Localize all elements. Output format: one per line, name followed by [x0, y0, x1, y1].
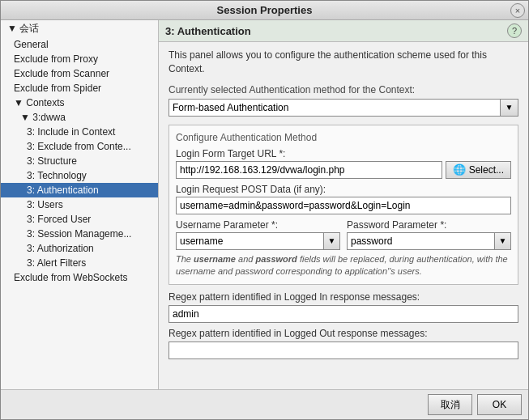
sidebar-item-exclude-scanner[interactable]: Exclude from Scanner [1, 66, 158, 81]
username-param-input[interactable] [176, 232, 324, 250]
sidebar-item-contexts[interactable]: ▼ Contexts [1, 95, 158, 110]
description-text: This panel allows you to configure the a… [169, 49, 518, 76]
sidebar-item-exclude-websockets[interactable]: Exclude from WebSockets [1, 270, 158, 285]
auth-method-dropdown-arrow[interactable]: ▼ [501, 99, 518, 117]
bottom-bar: 取消 OK [1, 389, 528, 419]
logged-out-input[interactable] [169, 342, 518, 359]
content-area: ▼ 会话 General Exclude from Proxy Exclude … [1, 20, 528, 389]
sidebar-item-exclude-spider[interactable]: Exclude from Spider [1, 81, 158, 95]
title-bar: Session Properties × [1, 1, 528, 20]
password-param-col: Password Parameter *: ▼ [347, 219, 511, 250]
ok-button[interactable]: OK [477, 394, 522, 415]
cancel-button[interactable]: 取消 [428, 394, 472, 415]
logged-in-section: Regex pattern identified in Logged In re… [169, 291, 518, 323]
right-panel-title: 3: Authentication [165, 25, 251, 37]
help-button[interactable]: ? [507, 23, 522, 38]
login-url-label: Login Form Target URL *: [176, 148, 511, 159]
select-url-button[interactable]: 🌐 Select... [446, 161, 511, 179]
username-param-col: Username Parameter *: ▼ [176, 219, 340, 250]
sidebar-item-3-authorization[interactable]: 3: Authorization [1, 241, 158, 256]
window-title: Session Properties [217, 4, 313, 16]
left-panel: ▼ 会话 General Exclude from Proxy Exclude … [1, 20, 159, 389]
password-param-arrow[interactable]: ▼ [495, 232, 511, 250]
username-param-dropdown-row: ▼ [176, 232, 340, 250]
sidebar-item-3-include[interactable]: 3: Include in Context [1, 125, 158, 139]
sidebar-item-3-dvwa[interactable]: ▼ 3:dwwa [1, 110, 158, 125]
login-url-field: Login Form Target URL *: 🌐 Select... [176, 148, 511, 179]
logged-out-label: Regex pattern identified in Logged Out r… [169, 328, 518, 339]
configure-title: Configure Authentication Method [176, 132, 511, 143]
login-url-row: 🌐 Select... [176, 161, 511, 179]
sidebar-item-general[interactable]: General [1, 37, 158, 52]
sidebar-item-3-forced-user[interactable]: 3: Forced User [1, 212, 158, 227]
sidebar-item-3-alert-filters[interactable]: 3: Alert Filters [1, 256, 158, 270]
sidebar-item-huihua[interactable]: ▼ 会话 [1, 20, 158, 37]
params-row: Username Parameter *: ▼ Password Paramet… [176, 219, 511, 250]
logged-in-label: Regex pattern identified in Logged In re… [169, 291, 518, 303]
configure-section: Configure Authentication Method Login Fo… [169, 125, 518, 286]
sidebar-item-exclude-proxy[interactable]: Exclude from Proxy [1, 52, 158, 66]
auth-method-row: ▼ [169, 99, 518, 117]
note-text: The username and password fields will be… [176, 253, 511, 278]
auth-method-dropdown[interactable] [169, 99, 501, 117]
sidebar-item-3-structure[interactable]: 3: Structure [1, 154, 158, 168]
logged-out-section: Regex pattern identified in Logged Out r… [169, 328, 518, 359]
right-content: This panel allows you to configure the a… [159, 42, 528, 389]
login-url-input[interactable] [176, 161, 442, 179]
sidebar-item-3-session-mgmt[interactable]: 3: Session Manageme... [1, 227, 158, 241]
username-param-arrow[interactable]: ▼ [324, 232, 340, 250]
sidebar-item-3-users[interactable]: 3: Users [1, 197, 158, 212]
sidebar-item-3-auth[interactable]: 3: Authentication [1, 183, 158, 197]
globe-icon: 🌐 [453, 163, 466, 176]
sidebar-item-3-technology[interactable]: 3: Technology [1, 168, 158, 183]
logged-in-input[interactable] [169, 305, 518, 323]
auth-method-label: Currently selected Authentication method… [169, 84, 518, 95]
session-properties-window: Session Properties × ▼ 会话 General Exclud… [0, 0, 529, 420]
password-param-input[interactable] [347, 232, 495, 250]
password-param-label: Password Parameter *: [347, 219, 511, 231]
close-button[interactable]: × [510, 3, 525, 18]
post-data-label: Login Request POST Data (if any): [176, 184, 511, 195]
password-param-dropdown-row: ▼ [347, 232, 511, 250]
sidebar-item-3-exclude[interactable]: 3: Exclude from Conte... [1, 139, 158, 154]
right-panel: 3: Authentication ? This panel allows yo… [159, 20, 528, 389]
post-data-field: Login Request POST Data (if any): [176, 184, 511, 214]
right-header: 3: Authentication ? [159, 20, 528, 42]
username-param-label: Username Parameter *: [176, 219, 340, 231]
post-data-input[interactable] [176, 197, 511, 214]
